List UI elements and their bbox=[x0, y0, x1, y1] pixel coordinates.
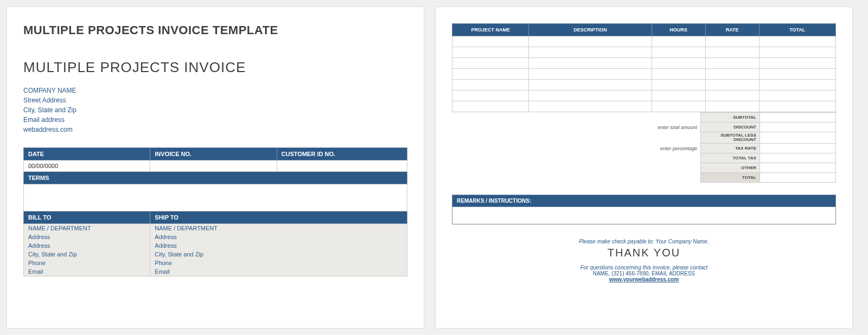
shipto-addr1[interactable]: Address bbox=[150, 233, 407, 241]
summary-note-empty bbox=[614, 132, 700, 144]
date-header: DATE bbox=[24, 148, 150, 160]
shipto-email[interactable]: Email bbox=[150, 267, 407, 276]
shipto-addr2[interactable]: Address bbox=[150, 241, 407, 250]
billto-name[interactable]: NAME / DEPARTMENT bbox=[24, 224, 150, 233]
billto-addr1[interactable]: Address bbox=[24, 233, 150, 241]
footer-web: www.yourwebaddress.com bbox=[452, 276, 836, 282]
terms-body[interactable] bbox=[24, 184, 407, 211]
col-rate: RATE bbox=[705, 24, 759, 36]
footer-thankyou: THANK YOU bbox=[452, 247, 836, 259]
shipto-header: SHIP TO bbox=[150, 211, 407, 224]
shipto-phone[interactable]: Phone bbox=[150, 259, 407, 267]
company-info: COMPANY NAME Street Address City, State … bbox=[23, 86, 407, 134]
invoice-page-1: MULTIPLE PROJECTS INVOICE TEMPLATE MULTI… bbox=[7, 7, 424, 328]
projects-table: PROJECT NAME DESCRIPTION HOURS RATE TOTA… bbox=[452, 23, 836, 112]
total-tax-value[interactable] bbox=[760, 153, 836, 163]
template-title: MULTIPLE PROJECTS INVOICE TEMPLATE bbox=[23, 23, 407, 37]
subtotal-value[interactable] bbox=[760, 112, 836, 123]
table-row[interactable] bbox=[452, 80, 836, 91]
other-label: OTHER bbox=[700, 163, 760, 173]
summary-note-empty bbox=[614, 163, 700, 173]
footer-questions: For questions concerning this invoice, p… bbox=[452, 265, 836, 270]
note-amount: enter total amount bbox=[614, 123, 700, 132]
summary-note-empty bbox=[614, 173, 700, 183]
tax-rate-label: TAX RATE bbox=[700, 144, 760, 153]
table-row[interactable] bbox=[452, 47, 836, 58]
company-name: COMPANY NAME bbox=[23, 86, 407, 95]
invoice-no-value[interactable] bbox=[150, 160, 277, 172]
table-row[interactable] bbox=[452, 91, 836, 101]
total-value[interactable] bbox=[760, 173, 836, 183]
table-row[interactable] bbox=[452, 58, 836, 69]
summary-note-empty bbox=[614, 112, 700, 123]
total-tax-label: TOTAL TAX bbox=[700, 153, 760, 163]
footer-payable: Please make check payable to: Your Compa… bbox=[452, 239, 836, 244]
total-label: TOTAL bbox=[700, 173, 760, 183]
subtotal-less-value[interactable] bbox=[760, 132, 836, 144]
billto-addr2[interactable]: Address bbox=[24, 241, 150, 250]
customer-id-header: CUSTOMER ID NO. bbox=[277, 148, 407, 160]
subtotal-label: SUBTOTAL bbox=[700, 112, 760, 123]
remarks-header: REMARKS / INSTRUCTIONS: bbox=[452, 195, 836, 207]
subtotal-less-label: SUBTOTAL LESS DISCOUNT bbox=[700, 132, 760, 144]
discount-label: DISCOUNT bbox=[700, 123, 760, 132]
company-citystatezip: City, State and Zip bbox=[23, 105, 407, 115]
note-percentage: enter percentage bbox=[614, 144, 700, 153]
shipto-name[interactable]: NAME / DEPARTMENT bbox=[150, 224, 407, 233]
tax-rate-value[interactable] bbox=[760, 144, 836, 153]
billto-phone[interactable]: Phone bbox=[24, 259, 150, 267]
table-row[interactable] bbox=[452, 36, 836, 47]
invoice-no-header: INVOICE NO. bbox=[150, 148, 277, 160]
other-value[interactable] bbox=[760, 163, 836, 173]
date-value[interactable]: 00/00/0000 bbox=[24, 160, 150, 172]
company-street: Street Address bbox=[23, 95, 407, 105]
shipto-csz[interactable]: City, State and Zip bbox=[150, 250, 407, 259]
billto-csz[interactable]: City, State and Zip bbox=[24, 250, 150, 259]
footer-contact: NAME, (321) 456-7890, EMAIL ADDRESS bbox=[452, 270, 836, 276]
invoice-footer: Please make check payable to: Your Compa… bbox=[452, 239, 836, 282]
col-project-name: PROJECT NAME bbox=[452, 24, 529, 36]
discount-value[interactable] bbox=[760, 123, 836, 132]
table-row[interactable] bbox=[452, 69, 836, 80]
summary-note-empty bbox=[614, 153, 700, 163]
company-email: Email address bbox=[23, 115, 407, 125]
customer-id-value[interactable] bbox=[277, 160, 407, 172]
billto-email[interactable]: Email bbox=[24, 267, 150, 276]
invoice-page-2: PROJECT NAME DESCRIPTION HOURS RATE TOTA… bbox=[435, 7, 853, 328]
col-total: TOTAL bbox=[759, 24, 835, 36]
table-row[interactable] bbox=[452, 101, 836, 112]
col-description: DESCRIPTION bbox=[529, 24, 652, 36]
summary-block: SUBTOTAL enter total amount DISCOUNT SUB… bbox=[452, 112, 836, 183]
invoice-meta-table: DATE INVOICE NO. CUSTOMER ID NO. 00/00/0… bbox=[23, 147, 407, 276]
billto-header: BILL TO bbox=[24, 211, 150, 224]
remarks-body[interactable] bbox=[452, 207, 836, 224]
company-web: webaddress.com bbox=[23, 125, 407, 134]
terms-header: TERMS bbox=[24, 172, 407, 184]
col-hours: HOURS bbox=[652, 24, 705, 36]
invoice-title: MULTIPLE PROJECTS INVOICE bbox=[23, 59, 407, 76]
